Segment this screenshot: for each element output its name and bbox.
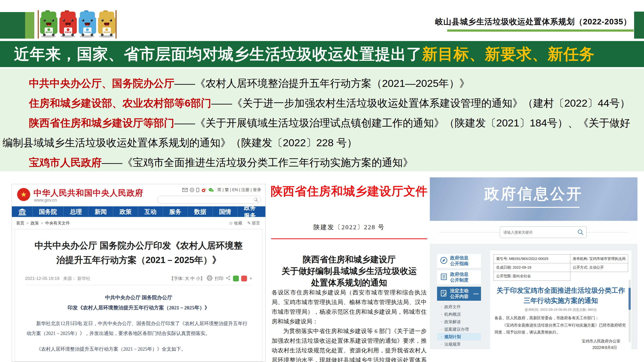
sidebar-label: 公开制度 <box>450 278 468 283</box>
document-title-line2: 关于做好编制县域城乡生活垃圾收运 <box>269 266 429 277</box>
nav-item-xinwen[interactable]: 新闻 <box>88 206 113 217</box>
red-divider-line <box>271 238 427 239</box>
document-meta-table: 索引号: MB291/98X/2022-00025 发布机构: 宝鸡市城市管理执… <box>494 254 628 281</box>
language-links[interactable]: 简 | 繁 | EN | 注册 | 登录 <box>217 187 261 193</box>
mail-icon[interactable] <box>182 188 188 192</box>
red-bin-icon: 有害垃圾 <box>60 11 77 37</box>
sub-item-regulations[interactable]: 法规规章 <box>437 341 481 348</box>
nav-item-shuju[interactable]: 数据 <box>188 206 213 217</box>
policy-issuer: 中共中央办公厅、国务院办公厅 <box>29 77 174 89</box>
clipboard-pen-icon <box>440 290 448 298</box>
sub-item-gov-files[interactable]: 政府文件 <box>437 303 481 311</box>
notice-paragraph: 《宝鸡市全面推进生活垃圾分类工作三年行动实施方案》已经市政府研究同意，现予以印发… <box>494 322 627 336</box>
sidebar-label: 政府信息 <box>450 255 468 260</box>
more-share-button[interactable]: + <box>250 276 252 281</box>
decor-dark-green-block-left <box>0 12 25 39</box>
notice-title: 关于印发宝鸡市全面推进生活垃圾分类工作三年行动实施方案的通知 <box>496 286 626 306</box>
sidebar-label: 政府信息 <box>450 272 468 277</box>
shaanxi-document-screenshot: 陕西省住房和城乡建设厅文件 陕建发〔2022〕228 号 陕西省住房和城乡建设厅… <box>269 182 429 362</box>
compass-icon <box>440 257 448 265</box>
nav-item-fuwu[interactable]: 服务 <box>163 206 188 217</box>
policy-doc: ——《农村人居环境整治提升五年行动方案（2021—2025年）》 <box>174 77 470 89</box>
sub-item-org-overview[interactable]: 机构概况 <box>437 311 481 318</box>
policy-line: 中共中央办公厅、国务院办公厅——《农村人居环境整治提升五年行动方案（2021—2… <box>2 73 638 93</box>
yellow-bin-icon: 其他垃圾 <box>98 11 116 37</box>
policy-doc: ——《宝鸡市全面推进生活垃圾分类工作三年行动实施方案的通知》 <box>102 157 413 168</box>
info-content-area: 政府信息公开指南 政府信息公开制度 法定主动公开内容 — 政府文件 机构概况 政… <box>430 244 638 349</box>
slide-header-title: 岐山县城乡生活垃圾收运处置体系规划（2022-2035） <box>435 16 632 27</box>
search-icon[interactable] <box>577 229 584 236</box>
comment-icon[interactable] <box>190 188 194 192</box>
banner-text-white: 近年来，国家、省市层面均对城乡生活垃圾收运处置提出了 <box>14 45 422 63</box>
banner-text: 近年来，国家、省市层面均对城乡生活垃圾收运处置提出了新目标、新要求、新任务 <box>14 41 595 67</box>
sidebar-item-rules[interactable]: 政府信息公开制度 <box>437 270 481 284</box>
nav-item-zhengwu-platform[interactable]: 国家政务服务平台 <box>238 206 266 217</box>
article-actions: ☆ 收藏 ✎ 留言 <box>225 220 260 226</box>
bin-pole-left-icon <box>38 10 39 39</box>
font-size-controls[interactable]: 【字体: 大 中 小】 <box>169 276 204 281</box>
breadcrumb: 首页>政策>中央有关文件 <box>16 220 70 226</box>
national-emblem-icon: ★ <box>17 188 30 201</box>
print-button[interactable]: 打印 <box>215 276 223 281</box>
bin-label: 可回收物 <box>84 31 91 33</box>
sub-item-proposal-handling[interactable]: 提案建议办理 <box>437 326 481 333</box>
wechat-icon[interactable] <box>208 188 214 192</box>
decor-dark-green-block-right <box>634 11 644 39</box>
sidebar-item-proactive-disclosure[interactable]: 法定主动公开内容 — <box>437 287 481 301</box>
govcn-search-input[interactable] <box>161 197 251 203</box>
nav-item-zhengce[interactable]: 政策 <box>113 206 138 217</box>
share-icon[interactable] <box>226 276 230 282</box>
collapse-icon[interactable]: — <box>473 291 478 297</box>
document-icon <box>440 273 448 281</box>
bin-label: 厨余垃圾 <box>46 31 52 33</box>
wechat-share-icon[interactable] <box>233 276 239 281</box>
govcn-nav-bar: 国务院 总理 新闻 政策 互动 服务 数据 国情 国家政务服务平台 <box>12 206 266 217</box>
mobile-icon[interactable] <box>196 188 199 192</box>
doc-heading-block: 中共中央办公厅 国务院办公厅 印发《农村人居环境整治提升五年行动方案（2021－… <box>15 293 262 313</box>
document-title: 陕西省住房和城乡建设厅 关于做好编制县域城乡生活垃圾收运 处置体系规划的通知 <box>269 254 429 289</box>
nav-item-hudong[interactable]: 互动 <box>138 206 163 217</box>
article-date: 2021-12-05 19:19 <box>25 276 60 281</box>
notice-meta: 发布时间: 2022-09-19 08:45:28 浏览次数: 660次 <box>490 308 632 312</box>
green-bin-icon: 厨余垃圾 <box>40 11 58 37</box>
breadcrumb-central-docs[interactable]: 中央有关文件 <box>45 221 70 225</box>
scrollbar-thumb[interactable] <box>628 288 631 310</box>
weibo-icon[interactable] <box>202 188 206 192</box>
policy-issuer: 宝鸡市人民政府 <box>29 157 102 168</box>
policy-list-section: 中共中央办公厅、国务院办公厅——《农村人居环境整治提升五年行动方案（2021—2… <box>0 68 644 171</box>
info-article-panel: 索引号: MB291/98X/2022-00025 发布机构: 宝鸡市城市管理执… <box>490 251 632 349</box>
article-meta-row: 2021-12-05 19:19 来源： 新华社 【字体: 大 中 小】 打印 … <box>15 276 262 282</box>
article-date-source: 2021-12-05 19:19 来源： 新华社 <box>25 276 90 281</box>
info-search-strip <box>430 221 638 244</box>
info-search-input[interactable] <box>504 229 574 235</box>
govcn-screenshot: ★ 中华人民共和国中央人民政府 www.gov.cn 简 | 繁 | EN | … <box>12 184 266 362</box>
breadcrumb-policy[interactable]: 政策 <box>31 221 39 225</box>
slide-top-header: 厨余垃圾 有害垃圾 可回收物 <box>0 0 644 41</box>
signature-org: 宝鸡市人民政府办公室 <box>582 339 620 344</box>
policy-line: 住房和城乡建设部、农业农村部等6部门——《关于进一步加强农村生活垃圾收运处置体系… <box>2 93 638 113</box>
sub-item-policy-interpretation[interactable]: 政策解读 <box>437 318 481 326</box>
policy-doc: ——《关于进一步加强农村生活垃圾收运处置体系建设管理的通知》（建村〔2022〕4… <box>211 97 630 109</box>
sidebar-sub-list: 政府文件 机构概况 政策解读 提案建议办理 规划计划 法规规章 <box>437 303 481 348</box>
govcn-article: 中共中央办公厅 国务院办公厅印发《农村人居环境整治提升五年行动方案（2021－2… <box>15 229 262 362</box>
meta-date: 生成日期: 2022-09-19 <box>494 263 570 272</box>
nav-item-guowuyuan[interactable]: 国务院 <box>32 206 64 217</box>
nav-item-guoqing[interactable]: 国情 <box>213 206 238 217</box>
nav-item-zongli[interactable]: 总理 <box>64 206 88 217</box>
comment-button[interactable]: ✎ 留言 <box>247 221 260 225</box>
article-source: 来源： 新华社 <box>63 276 90 281</box>
sub-item-planning[interactable]: 规划计划 <box>437 333 481 341</box>
section-banner: 近年来，国家、省市层面均对城乡生活垃圾收运处置提出了新目标、新要求、新任务 <box>0 41 644 67</box>
govcn-site-url: www.gov.cn <box>34 198 57 203</box>
policy-issuer: 住房和城乡建设部、农业农村部等6部门 <box>29 97 211 109</box>
scrollbar-track[interactable] <box>628 280 631 342</box>
home-building-icon[interactable] <box>12 206 32 217</box>
breadcrumb-home[interactable]: 首页 <box>16 221 24 225</box>
print-icon[interactable] <box>207 276 212 282</box>
sidebar-item-guide[interactable]: 政府信息公开指南 <box>437 254 481 268</box>
document-header-title: 陕西省住房和城乡建设厅文件 <box>269 183 429 199</box>
favorite-button[interactable]: ☆ 收藏 <box>229 221 242 225</box>
doc-heading-line1: 中共中央办公厅 国务院办公厅 <box>15 293 262 303</box>
weibo-share-icon[interactable] <box>241 276 247 281</box>
notice-signature: 宝鸡市人民政府办公室 2022年9月4日 <box>490 339 632 349</box>
